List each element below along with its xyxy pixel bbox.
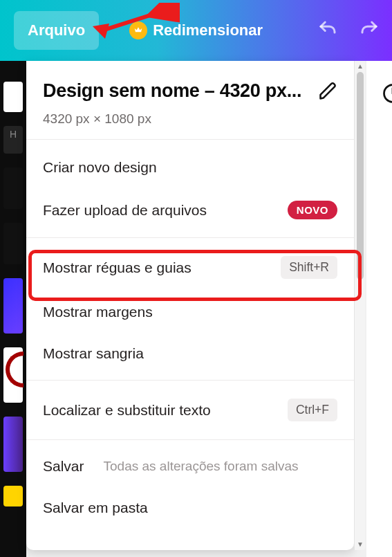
history-controls [317,19,392,42]
menu-item-find-replace[interactable]: Localizar e substituir texto Ctrl+F [26,386,354,434]
badge-new: NOVO [288,201,337,219]
menu-item-label: Localizar e substituir texto [43,402,288,419]
menu-item-label: Salvar em pasta [43,500,337,516]
menu-divider [26,237,354,238]
list-item[interactable] [3,223,23,264]
scroll-down-icon[interactable]: ▼ [357,540,364,549]
redo-icon[interactable] [359,19,380,42]
list-item[interactable] [3,278,23,334]
menu-item-show-margins[interactable]: Mostrar margens [26,291,354,333]
canvas-area [366,61,392,557]
menu-scrollbar[interactable]: ▲ ▼ [354,61,365,550]
menu-item-new-design[interactable]: Criar novo design [26,147,354,188]
list-item[interactable] [3,486,23,506]
file-menu-panel: Design sem nome – 4320 px... 4320 px × 1… [26,61,354,550]
menu-header: Design sem nome – 4320 px... 4320 px × 1… [26,61,354,140]
menu-items: Criar novo design Fazer upload de arquiv… [26,140,354,550]
thumb-label: H [10,129,17,140]
svg-point-0 [384,85,393,102]
menu-divider [26,380,354,381]
shortcut-badge: Ctrl+F [288,399,337,421]
menu-item-label: Mostrar sangria [43,345,337,362]
menu-item-show-rulers[interactable]: Mostrar réguas e guias Shift+R [26,244,354,291]
design-dimensions: 4320 px × 1080 px [43,111,337,127]
menu-item-label: Fazer upload de arquivos [43,202,288,219]
menu-item-upload-files[interactable]: Fazer upload de arquivos NOVO [26,188,354,232]
menu-item-label: Criar novo design [43,159,337,176]
menu-item-label: Mostrar réguas e guias [43,259,281,276]
file-menu-label: Arquivo [28,21,85,39]
list-item[interactable] [3,417,23,472]
menu-item-show-bleed[interactable]: Mostrar sangria [26,333,354,374]
list-item[interactable] [3,167,23,209]
top-toolbar: Arquivo Redimensionar [0,0,392,61]
menu-divider [26,439,354,440]
design-title[interactable]: Design sem nome – 4320 px... [43,80,308,102]
list-item[interactable] [3,347,23,403]
menu-item-label: Mostrar margens [43,304,337,320]
undo-icon[interactable] [317,19,338,42]
shortcut-badge: Shift+R [281,256,337,279]
list-item[interactable] [3,82,23,112]
pencil-icon[interactable] [318,82,337,101]
resize-button[interactable]: Redimensionar [115,11,277,50]
menu-item-save-folder[interactable]: Salvar em pasta [26,487,354,529]
save-status-text: Todas as alterações foram salvas [104,459,299,474]
left-thumbnail-strip: H [0,61,26,557]
version-history-icon[interactable] [375,80,392,107]
menu-item-save[interactable]: Salvar Todas as alterações foram salvas [26,446,354,487]
file-menu-button[interactable]: Arquivo [14,11,99,50]
list-item[interactable]: H [3,126,23,154]
menu-item-label: Salvar [43,458,84,475]
resize-label: Redimensionar [153,21,263,39]
scroll-up-icon[interactable]: ▲ [357,62,364,71]
crown-icon [129,21,147,39]
scrollbar-thumb[interactable] [357,72,364,280]
